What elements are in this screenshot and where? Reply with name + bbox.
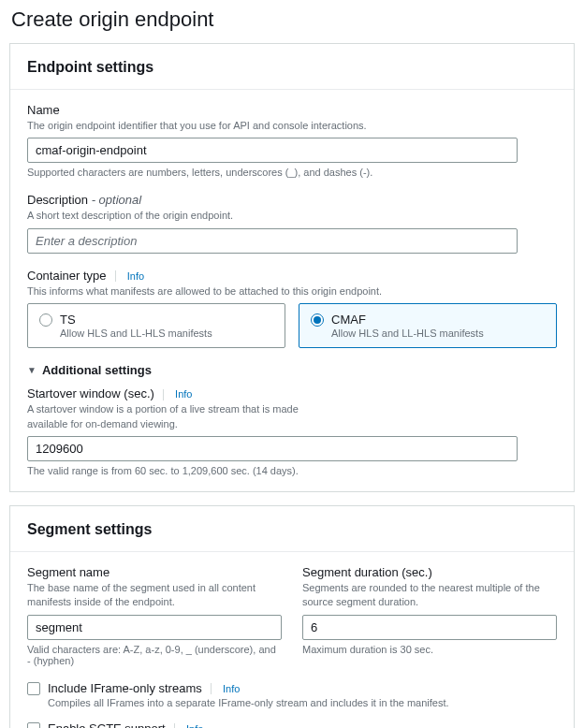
name-hint: Supported characters are numbers, letter… <box>27 167 557 178</box>
iframe-checkbox-row: Include IFrame-only streams Info Compile… <box>27 681 557 708</box>
cmaf-desc: Allow HLS and LL-HLS manifests <box>331 328 484 339</box>
iframe-checkbox[interactable] <box>27 682 40 695</box>
startover-field-group: Startover window (sec.) Info A startover… <box>27 386 557 476</box>
description-label: Description - optional <box>27 193 557 207</box>
container-type-cmaf-tile[interactable]: CMAF Allow HLS and LL-HLS manifests <box>299 303 557 348</box>
name-field-group: Name The origin endpoint identifier that… <box>27 103 557 178</box>
radio-icon <box>311 313 324 327</box>
description-optional: - optional <box>88 193 141 207</box>
divider <box>174 723 175 728</box>
segment-duration-input[interactable] <box>302 615 557 640</box>
iframe-info-link[interactable]: Info <box>223 683 240 694</box>
segment-name-hint: Valid characters are: A-Z, a-z, 0-9, _ (… <box>27 644 282 666</box>
segment-name-desc: The base name of the segment used in all… <box>27 581 282 610</box>
scte-checkbox-row: Enable SCTE support Info SCTE configurat… <box>27 721 557 728</box>
additional-settings-section: ▼ Additional settings Startover window (… <box>27 363 557 476</box>
startover-hint: The valid range is from 60 sec. to 1,209… <box>27 465 557 476</box>
startover-label: Startover window (sec.) <box>27 386 154 400</box>
name-desc: The origin endpoint identifier that you … <box>27 119 557 133</box>
segment-name-group: Segment name The base name of the segmen… <box>27 565 282 666</box>
additional-settings-title: Additional settings <box>42 363 152 377</box>
name-input[interactable] <box>27 138 518 163</box>
segment-settings-panel: Segment settings Segment name The base n… <box>9 505 575 728</box>
radio-icon <box>39 313 52 327</box>
panel-header: Segment settings <box>10 506 574 552</box>
container-type-desc: This informs what manifests are allowed … <box>27 284 557 298</box>
startover-input[interactable] <box>27 436 518 461</box>
ts-desc: Allow HLS and LL-HLS manifests <box>60 328 212 339</box>
ts-title: TS <box>60 313 212 327</box>
name-label: Name <box>27 103 557 117</box>
segment-duration-desc: Segments are rounded to the nearest mult… <box>302 581 557 610</box>
segment-duration-label: Segment duration (sec.) <box>302 565 557 579</box>
segment-name-input[interactable] <box>27 615 282 640</box>
divider <box>163 389 164 400</box>
iframe-desc: Compiles all IFrames into a separate IFr… <box>48 697 449 708</box>
additional-settings-toggle[interactable]: ▼ Additional settings <box>27 363 557 377</box>
container-type-ts-tile[interactable]: TS Allow HLS and LL-HLS manifests <box>27 303 285 348</box>
divider <box>211 683 212 694</box>
triangle-down-icon: ▼ <box>27 365 36 375</box>
startover-desc: A startover window is a portion of a liv… <box>27 402 308 431</box>
container-type-info-link[interactable]: Info <box>127 270 144 282</box>
segment-name-label: Segment name <box>27 565 282 579</box>
iframe-label: Include IFrame-only streams <box>48 681 202 695</box>
divider <box>115 270 116 282</box>
description-input[interactable] <box>27 228 518 254</box>
container-type-label: Container type <box>27 269 107 283</box>
description-field-group: Description - optional A short text desc… <box>27 193 557 253</box>
container-type-group: Container type Info This informs what ma… <box>27 269 557 348</box>
page-title: Create origin endpoint <box>9 7 575 32</box>
panel-header: Endpoint settings <box>10 44 574 90</box>
scte-checkbox[interactable] <box>27 722 40 728</box>
scte-info-link[interactable]: Info <box>186 723 203 728</box>
cmaf-title: CMAF <box>331 313 484 327</box>
segment-duration-hint: Maximum duration is 30 sec. <box>302 644 557 655</box>
segment-settings-heading: Segment settings <box>27 521 557 538</box>
startover-label-row: Startover window (sec.) Info <box>27 386 557 400</box>
startover-info-link[interactable]: Info <box>175 388 192 400</box>
description-desc: A short text description of the origin e… <box>27 209 557 223</box>
segment-duration-group: Segment duration (sec.) Segments are rou… <box>302 565 557 666</box>
description-label-text: Description <box>27 193 88 207</box>
endpoint-settings-panel: Endpoint settings Name The origin endpoi… <box>9 43 575 492</box>
container-type-label-row: Container type Info <box>27 269 557 283</box>
endpoint-settings-heading: Endpoint settings <box>27 59 557 76</box>
scte-label: Enable SCTE support <box>48 721 166 728</box>
